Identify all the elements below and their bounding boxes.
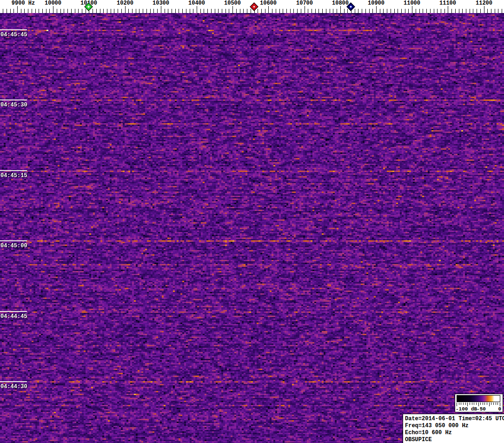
freq-tick-label: 10600 xyxy=(260,0,277,7)
freq-major-tick xyxy=(484,6,484,13)
freq-minor-tick xyxy=(502,9,502,13)
freq-minor-tick xyxy=(200,9,201,13)
freq-major-tick xyxy=(448,6,448,13)
legend-tick xyxy=(472,403,472,405)
blue-diamond-marker[interactable] xyxy=(347,3,355,11)
freq-minor-tick xyxy=(362,9,362,13)
legend-label-max-db: 0 xyxy=(498,406,501,412)
freq-minor-tick xyxy=(358,9,358,13)
freq-minor-tick xyxy=(111,9,111,13)
legend-tick xyxy=(491,403,491,405)
time-gridline xyxy=(0,240,27,241)
freq-minor-tick xyxy=(426,9,427,13)
time-label: 04:44:30 xyxy=(0,383,27,390)
freq-minor-tick xyxy=(283,9,283,13)
waterfall-display[interactable] xyxy=(0,13,504,443)
freq-minor-tick xyxy=(236,9,237,13)
freq-minor-tick xyxy=(477,9,477,13)
freq-tick-label: 10700 xyxy=(296,0,313,7)
spectrogram-waterfall-app: { "chart_data": { "type": "heatmap", "su… xyxy=(0,0,504,443)
info-line-freq: Freq=143 050 000 Hz xyxy=(405,423,504,430)
green-diamond-marker[interactable] xyxy=(85,3,93,11)
freq-major-tick xyxy=(412,6,412,13)
freq-major-tick xyxy=(53,6,53,13)
legend-tick xyxy=(465,403,466,405)
freq-minor-tick xyxy=(473,9,473,13)
freq-minor-tick xyxy=(391,9,391,13)
frequency-ruler: 9900 Hz100001010010200103001040010500106… xyxy=(0,0,504,13)
freq-minor-tick xyxy=(315,9,316,13)
freq-minor-tick xyxy=(333,9,333,13)
freq-minor-tick xyxy=(179,9,179,13)
freq-minor-tick xyxy=(405,9,405,13)
freq-minor-tick xyxy=(132,9,133,13)
freq-minor-tick xyxy=(222,9,222,13)
legend-tick xyxy=(484,403,485,405)
freq-major-tick xyxy=(305,6,305,13)
freq-major-tick xyxy=(340,6,341,13)
legend-label-mid-db: -50 xyxy=(477,406,486,412)
freq-minor-tick xyxy=(60,9,61,13)
freq-minor-tick xyxy=(211,9,212,13)
time-label: 04:45:15 xyxy=(0,172,27,179)
freq-major-tick xyxy=(17,6,18,13)
freq-tick-label: 9900 Hz xyxy=(12,0,35,7)
freq-minor-tick xyxy=(146,9,147,13)
legend-tick xyxy=(457,403,457,406)
freq-minor-tick xyxy=(408,9,409,13)
freq-minor-tick xyxy=(318,9,319,13)
freq-minor-tick xyxy=(168,9,168,13)
freq-minor-tick xyxy=(466,9,466,13)
freq-minor-tick xyxy=(387,9,387,13)
freq-minor-tick xyxy=(279,9,280,13)
freq-minor-tick xyxy=(172,9,172,13)
time-label: 04:45:00 xyxy=(0,243,27,249)
legend-tick xyxy=(463,403,464,405)
freq-minor-tick xyxy=(215,9,215,13)
freq-minor-tick xyxy=(398,9,398,13)
info-line-date-time: Date=2014-06-01 Time=02:45 UTC xyxy=(405,416,504,423)
legend-tick xyxy=(467,403,468,406)
freq-major-tick xyxy=(161,6,161,13)
freq-minor-tick xyxy=(455,9,456,13)
freq-minor-tick xyxy=(441,9,441,13)
freq-minor-tick xyxy=(107,9,107,13)
freq-minor-tick xyxy=(42,9,43,13)
freq-minor-tick xyxy=(498,9,498,13)
time-label: 04:45:30 xyxy=(0,102,27,108)
freq-tick-label: 10000 xyxy=(45,0,61,7)
time-gridline xyxy=(0,99,27,100)
legend-tick xyxy=(483,403,483,405)
freq-minor-tick xyxy=(32,9,32,13)
time-gridline xyxy=(0,381,27,382)
freq-minor-tick xyxy=(297,9,298,13)
legend-tick xyxy=(478,403,479,406)
freq-minor-tick xyxy=(272,9,272,13)
freq-minor-tick xyxy=(423,9,423,13)
freq-tick-label: 10300 xyxy=(153,0,169,7)
freq-major-tick xyxy=(232,6,233,13)
freq-minor-tick xyxy=(118,9,118,13)
freq-minor-tick xyxy=(136,9,136,13)
freq-minor-tick xyxy=(46,9,46,13)
freq-minor-tick xyxy=(261,9,262,13)
freq-minor-tick xyxy=(276,9,276,13)
freq-minor-tick xyxy=(344,9,345,13)
freq-minor-tick xyxy=(322,9,323,13)
freq-minor-tick xyxy=(218,9,219,13)
freq-minor-tick xyxy=(35,9,36,13)
freq-minor-tick xyxy=(240,9,240,13)
red-diamond-marker[interactable] xyxy=(251,3,258,11)
freq-minor-tick xyxy=(28,9,28,13)
freq-minor-tick xyxy=(383,9,384,13)
freq-minor-tick xyxy=(49,9,50,13)
time-gridline xyxy=(0,29,27,30)
freq-minor-tick xyxy=(459,9,459,13)
freq-minor-tick xyxy=(103,9,104,13)
legend-tick xyxy=(500,403,500,406)
freq-minor-tick xyxy=(480,9,481,13)
freq-minor-tick xyxy=(175,9,176,13)
freq-minor-tick xyxy=(182,9,183,13)
freq-major-tick xyxy=(376,6,377,13)
freq-tick-label: 10900 xyxy=(368,0,385,7)
